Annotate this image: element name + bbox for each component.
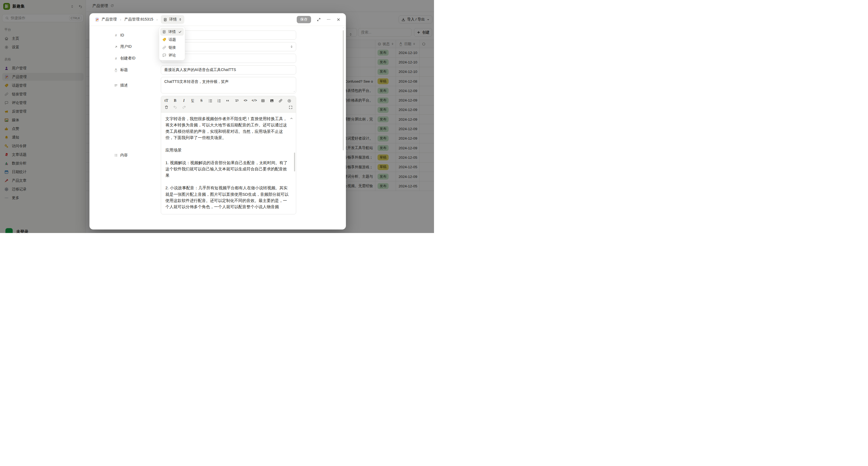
image-icon[interactable] <box>269 98 274 103</box>
tag-icon <box>162 37 166 42</box>
form-row-标题: A标题最接近真人发声的AI语音合成工具ChatTTS <box>114 65 346 74</box>
save-button[interactable]: 保存 <box>297 16 311 23</box>
dropdown-item-label: 评论 <box>168 53 176 58</box>
a-underline-icon: A <box>114 68 118 72</box>
svg-text:3: 3 <box>217 101 218 103</box>
field-label: A标题 <box>114 67 161 72</box>
arrow-up-right-icon <box>114 45 118 48</box>
strikethrough-icon[interactable]: S <box>199 98 204 103</box>
underline-icon[interactable]: U <box>190 98 195 103</box>
dropdown-item-label: 话题 <box>168 37 176 42</box>
field-label-text: ID <box>120 33 124 37</box>
field-label-text: 内容 <box>120 153 128 158</box>
modal-body: #ID用户ID#创建者IDA标题最接近真人发声的AI语音合成工具ChatTTS描… <box>89 26 346 230</box>
comment-bubble-icon <box>162 53 166 58</box>
breadcrumb-table[interactable]: 产品管理 <box>102 17 117 22</box>
field-label-text: 标题 <box>120 67 128 72</box>
hash-icon: # <box>114 57 118 61</box>
view-dropdown-menu: 详情话题链接评论 <box>159 27 185 61</box>
editor-paragraph: 2. 小说故事配音：几乎所有短视频平台都有人在做小说转视频。其实就是一张图片配上… <box>165 185 289 210</box>
form-row-ID: #ID <box>114 31 346 40</box>
inline-code-icon[interactable]: <> <box>243 98 248 103</box>
font-size-icon[interactable]: tT <box>164 98 169 103</box>
view-selector-button[interactable]: 详情 <box>161 15 184 24</box>
fullscreen-icon[interactable] <box>288 105 293 110</box>
doc-lines-icon <box>163 18 167 22</box>
code-block-icon[interactable]: </> <box>252 98 257 103</box>
editor-paragraph: 应用场景 <box>165 147 289 153</box>
field-label: #ID <box>114 33 161 37</box>
table-icon[interactable] <box>260 98 266 103</box>
scrollbar-up-icon[interactable] <box>342 27 345 29</box>
field-label: 描述 <box>114 83 161 88</box>
editor-content[interactable]: 文字转语音，我想很多视频创作者并不陌生吧！直接使用转换工具，将文本转换为音频，可… <box>161 112 296 214</box>
form-row-描述: 描述ChatTTS文本转语音，支持停顿，笑声 <box>114 77 346 93</box>
field-label: 用户ID <box>114 44 161 49</box>
bullet-list-icon[interactable] <box>208 98 213 103</box>
updown-chevrons-icon <box>179 18 182 21</box>
updown-chevrons-icon <box>290 45 293 48</box>
field-label-text: 用户ID <box>120 44 132 49</box>
dropdown-item-label: 详情 <box>168 29 176 34</box>
dropdown-item-label: 链接 <box>168 45 176 50</box>
textarea-描述[interactable]: ChatTTS文本转语音，支持停顿，笑声 <box>161 77 296 93</box>
editor-paragraph <box>165 153 289 160</box>
more-actions-icon[interactable] <box>327 17 331 22</box>
ordered-list-icon[interactable]: 123 <box>216 98 222 103</box>
field-label: #创建者ID <box>114 56 161 61</box>
quote-icon[interactable] <box>225 98 230 103</box>
undo-icon[interactable] <box>173 105 178 110</box>
editor-paragraph <box>165 210 289 214</box>
collapse-caret-icon[interactable] <box>289 116 293 121</box>
editor-toolbar: tTBIUS123<></> <box>161 96 296 112</box>
expand-icon[interactable] <box>317 18 321 22</box>
editor-paragraph <box>165 178 289 185</box>
dropdown-item-链接[interactable]: 链接 <box>160 43 184 51</box>
editor-paragraph: 1. 视频解说：视频解说的语音部分如果自己去配音，太耗时间。有了这个软件我们就可… <box>165 160 289 178</box>
input-标题[interactable]: 最接近真人发声的AI语音合成工具ChatTTS <box>161 65 296 74</box>
editor-scrollbar-thumb[interactable] <box>294 153 295 171</box>
delete-icon[interactable] <box>164 105 169 110</box>
editor-paragraph <box>165 141 289 147</box>
italic-icon[interactable]: I <box>181 98 186 103</box>
breadcrumb-record[interactable]: 产品管理:815315 <box>124 17 153 22</box>
field-label-text: 描述 <box>120 83 128 88</box>
modal-header: 产品管理 › 产品管理:815315 › 详情 保存 <box>89 13 346 26</box>
rich-text-editor: tTBIUS123<></>文字转语音，我想很多视频创作者并不陌生吧！直接使用转… <box>161 96 296 214</box>
field-value: 最接近真人发声的AI语音合成工具ChatTTS <box>164 67 236 72</box>
breadcrumb-chevron-icon: › <box>120 18 121 22</box>
link-icon[interactable] <box>278 98 283 103</box>
editor-paragraph: 文字转语音，我想很多视频创作者并不陌生吧！直接使用转换工具，将文本转换为音频，可… <box>165 115 289 141</box>
redo-icon[interactable] <box>181 105 186 110</box>
breadcrumb-chevron-icon: › <box>156 18 158 22</box>
bold-icon[interactable]: B <box>173 98 178 103</box>
modal-scrollbar[interactable] <box>343 28 344 163</box>
doc-lines-icon <box>162 30 166 34</box>
dropdown-item-话题[interactable]: 话题 <box>160 36 184 43</box>
hash-icon: # <box>114 33 118 37</box>
close-icon[interactable] <box>336 18 341 22</box>
doc-pencil-icon <box>95 17 99 22</box>
dropdown-item-详情[interactable]: 详情 <box>160 28 184 36</box>
check-icon <box>178 30 182 34</box>
chain-icon <box>162 45 166 50</box>
form-row-用户ID: 用户ID <box>114 42 346 51</box>
record-detail-modal: 产品管理 › 产品管理:815315 › 详情 保存 #ID用户ID#创建者ID… <box>89 13 346 230</box>
modal-scrollbar-thumb[interactable] <box>343 30 344 151</box>
field-label-text: 创建者ID <box>120 56 135 61</box>
form-row-内容: 内容tTBIUS123<></>文字转语音，我想很多视频创作者并不陌生吧！直接使… <box>114 96 346 214</box>
line-break-icon[interactable] <box>234 98 239 103</box>
preview-eye-icon[interactable] <box>287 98 292 103</box>
field-label: 内容 <box>114 153 161 158</box>
list-lines-icon <box>114 153 118 157</box>
resize-handle-icon[interactable] <box>292 90 295 92</box>
form-row-创建者ID: #创建者ID <box>114 54 346 63</box>
align-lines-icon <box>114 84 118 87</box>
dropdown-item-评论[interactable]: 评论 <box>160 51 184 59</box>
field-value: ChatTTS文本转语音，支持停顿，笑声 <box>164 79 228 84</box>
